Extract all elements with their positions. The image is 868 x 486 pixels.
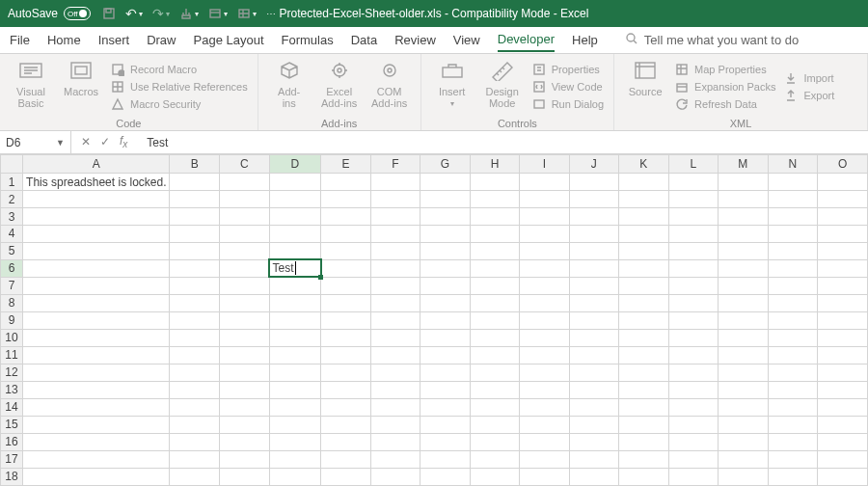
cell[interactable]: [818, 242, 868, 259]
cell[interactable]: [818, 381, 868, 398]
cell[interactable]: [520, 174, 569, 191]
cell[interactable]: [170, 226, 220, 243]
cell[interactable]: [269, 346, 321, 364]
cell[interactable]: [170, 174, 220, 191]
row-header[interactable]: 11: [1, 346, 23, 364]
cell[interactable]: [718, 311, 768, 329]
enter-icon[interactable]: ✓: [100, 135, 110, 148]
cell[interactable]: [321, 398, 371, 416]
cell[interactable]: [520, 294, 569, 311]
cell[interactable]: [23, 242, 170, 259]
addins-button[interactable]: Add- ins: [268, 58, 311, 116]
cell[interactable]: [220, 346, 270, 364]
cell[interactable]: [321, 311, 371, 329]
cell[interactable]: [220, 191, 270, 208]
qat-customize[interactable]: ⋯: [266, 9, 276, 19]
cell[interactable]: [470, 381, 520, 398]
cell[interactable]: [818, 433, 868, 450]
cell[interactable]: [170, 364, 220, 381]
cell[interactable]: [220, 259, 270, 277]
cell[interactable]: [768, 277, 818, 294]
cell[interactable]: [470, 259, 520, 277]
cell[interactable]: [170, 277, 220, 294]
cell[interactable]: [668, 174, 718, 191]
cell[interactable]: [768, 433, 818, 450]
cell[interactable]: [668, 311, 718, 329]
cell[interactable]: [23, 416, 170, 433]
cell[interactable]: [520, 259, 569, 277]
cell[interactable]: [619, 433, 669, 450]
cell[interactable]: [718, 416, 768, 433]
column-header[interactable]: J: [569, 155, 618, 174]
column-header[interactable]: A: [23, 155, 170, 174]
cell[interactable]: [420, 433, 471, 450]
row-header[interactable]: 6: [1, 259, 23, 277]
cell[interactable]: [470, 277, 520, 294]
cell[interactable]: [321, 174, 371, 191]
cell[interactable]: [718, 329, 768, 346]
cell[interactable]: [470, 174, 520, 191]
tab-insert[interactable]: Insert: [98, 29, 130, 51]
cell[interactable]: [370, 364, 420, 381]
cell[interactable]: [420, 294, 471, 311]
row-header[interactable]: 4: [1, 226, 23, 243]
row-header[interactable]: 13: [1, 381, 23, 398]
cell[interactable]: [420, 191, 471, 208]
column-header[interactable]: M: [718, 155, 768, 174]
row-header[interactable]: 18: [1, 468, 23, 485]
tab-developer[interactable]: Developer: [498, 28, 555, 52]
cell[interactable]: [170, 259, 220, 277]
macros-button[interactable]: Macros: [60, 58, 102, 116]
cell[interactable]: [321, 208, 371, 226]
cell[interactable]: [470, 191, 520, 208]
cell[interactable]: [818, 294, 868, 311]
cell[interactable]: [470, 329, 520, 346]
cell[interactable]: [220, 294, 270, 311]
cell[interactable]: [768, 174, 818, 191]
row-header[interactable]: 14: [1, 398, 23, 416]
cell[interactable]: [370, 259, 420, 277]
cell[interactable]: [420, 174, 471, 191]
com-addins-button[interactable]: COM Add-ins: [368, 58, 411, 116]
cell[interactable]: [619, 468, 669, 485]
cell[interactable]: [768, 381, 818, 398]
cell[interactable]: [170, 416, 220, 433]
cell[interactable]: [768, 208, 818, 226]
cell[interactable]: [619, 242, 669, 259]
cell[interactable]: [668, 416, 718, 433]
cell[interactable]: [619, 364, 669, 381]
cell[interactable]: [569, 468, 618, 485]
cell[interactable]: [818, 191, 868, 208]
cell[interactable]: [718, 174, 768, 191]
cell[interactable]: [619, 450, 669, 468]
cell[interactable]: [668, 329, 718, 346]
cell[interactable]: [321, 381, 371, 398]
cell[interactable]: [569, 329, 618, 346]
cell[interactable]: [23, 433, 170, 450]
macro-security-button[interactable]: Macro Security: [110, 96, 248, 112]
cell[interactable]: [220, 468, 270, 485]
tell-me-search[interactable]: Tell me what you want to do: [625, 32, 799, 48]
cell[interactable]: [520, 311, 569, 329]
column-header[interactable]: O: [818, 155, 868, 174]
row-header[interactable]: 7: [1, 277, 23, 294]
row-header[interactable]: 10: [1, 329, 23, 346]
autosave-toggle[interactable]: Off: [64, 7, 91, 20]
cell[interactable]: [23, 381, 170, 398]
row-header[interactable]: 3: [1, 208, 23, 226]
cell[interactable]: [520, 346, 569, 364]
tab-formulas[interactable]: Formulas: [282, 29, 334, 51]
row-header[interactable]: 8: [1, 294, 23, 311]
cell[interactable]: [619, 174, 669, 191]
cell[interactable]: [520, 381, 569, 398]
row-header[interactable]: 5: [1, 242, 23, 259]
cell[interactable]: [818, 174, 868, 191]
name-box[interactable]: D6 ▼: [0, 131, 71, 153]
cell[interactable]: [668, 398, 718, 416]
cell[interactable]: [718, 364, 768, 381]
cell[interactable]: [170, 381, 220, 398]
cell[interactable]: [619, 294, 669, 311]
cell[interactable]: [569, 277, 618, 294]
map-properties-button[interactable]: Map Properties: [674, 62, 775, 77]
cell[interactable]: [768, 416, 818, 433]
